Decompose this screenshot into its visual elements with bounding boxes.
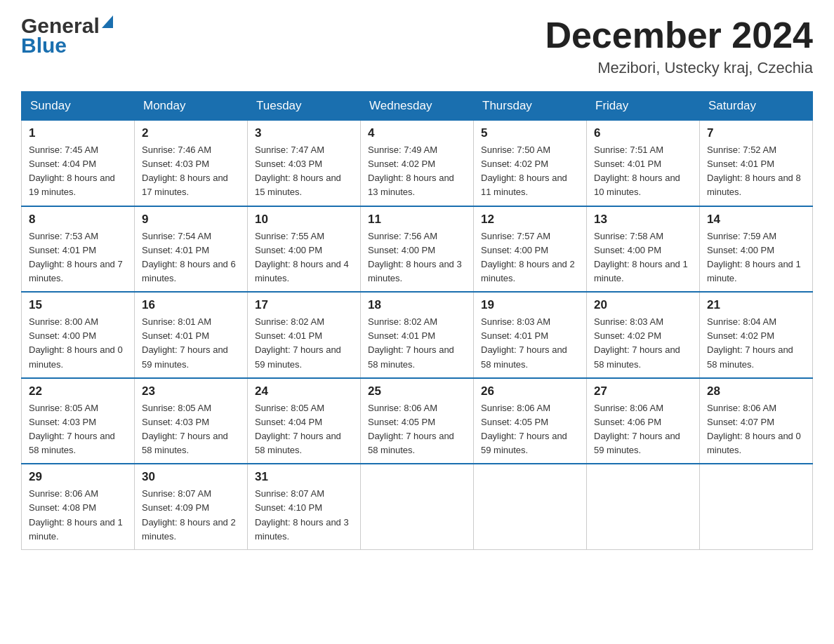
table-row — [361, 464, 474, 549]
day-info: Sunrise: 8:06 AMSunset: 4:05 PMDaylight:… — [481, 401, 579, 458]
table-row: 20 Sunrise: 8:03 AMSunset: 4:02 PMDaylig… — [587, 292, 700, 378]
table-row: 26 Sunrise: 8:06 AMSunset: 4:05 PMDaylig… — [474, 378, 587, 464]
day-info: Sunrise: 8:02 AMSunset: 4:01 PMDaylight:… — [255, 315, 353, 372]
header-wednesday: Wednesday — [361, 92, 474, 121]
day-info: Sunrise: 8:07 AMSunset: 4:09 PMDaylight:… — [142, 487, 240, 544]
table-row: 30 Sunrise: 8:07 AMSunset: 4:09 PMDaylig… — [135, 464, 248, 549]
day-number: 8 — [29, 213, 127, 227]
calendar-subtitle: Mezibori, Ustecky kraj, Czechia — [545, 59, 813, 77]
table-row — [474, 464, 587, 549]
day-number: 29 — [29, 470, 127, 484]
header-monday: Monday — [135, 92, 248, 121]
table-row: 8 Sunrise: 7:53 AMSunset: 4:01 PMDayligh… — [22, 206, 135, 293]
table-row: 3 Sunrise: 7:47 AMSunset: 4:03 PMDayligh… — [248, 121, 361, 206]
day-number: 21 — [707, 298, 805, 312]
day-info: Sunrise: 8:02 AMSunset: 4:01 PMDaylight:… — [368, 315, 466, 372]
day-number: 3 — [255, 126, 353, 140]
table-row: 24 Sunrise: 8:05 AMSunset: 4:04 PMDaylig… — [248, 378, 361, 464]
day-info: Sunrise: 8:00 AMSunset: 4:00 PMDaylight:… — [29, 315, 127, 372]
table-row: 19 Sunrise: 8:03 AMSunset: 4:01 PMDaylig… — [474, 292, 587, 378]
day-info: Sunrise: 7:52 AMSunset: 4:01 PMDaylight:… — [707, 143, 805, 200]
header-thursday: Thursday — [474, 92, 587, 121]
table-row: 25 Sunrise: 8:06 AMSunset: 4:05 PMDaylig… — [361, 378, 474, 464]
day-number: 24 — [255, 384, 353, 398]
day-number: 1 — [29, 126, 127, 140]
table-row: 7 Sunrise: 7:52 AMSunset: 4:01 PMDayligh… — [700, 121, 813, 206]
logo-flag-icon — [102, 15, 113, 28]
day-number: 11 — [368, 213, 466, 227]
day-number: 23 — [142, 384, 240, 398]
day-info: Sunrise: 7:57 AMSunset: 4:00 PMDaylight:… — [481, 229, 579, 286]
header-saturday: Saturday — [700, 92, 813, 121]
logo: General Blue — [21, 14, 113, 58]
table-row: 28 Sunrise: 8:06 AMSunset: 4:07 PMDaylig… — [700, 378, 813, 464]
day-info: Sunrise: 8:06 AMSunset: 4:08 PMDaylight:… — [29, 487, 127, 544]
day-number: 26 — [481, 384, 579, 398]
day-info: Sunrise: 8:03 AMSunset: 4:02 PMDaylight:… — [594, 315, 692, 372]
page-header: General Blue December 2024 Mezibori, Ust… — [21, 14, 813, 77]
day-number: 14 — [707, 213, 805, 227]
calendar-table: Sunday Monday Tuesday Wednesday Thursday… — [21, 91, 813, 550]
day-number: 2 — [142, 126, 240, 140]
table-row: 16 Sunrise: 8:01 AMSunset: 4:01 PMDaylig… — [135, 292, 248, 378]
day-info: Sunrise: 7:50 AMSunset: 4:02 PMDaylight:… — [481, 143, 579, 200]
day-number: 13 — [594, 213, 692, 227]
table-row: 21 Sunrise: 8:04 AMSunset: 4:02 PMDaylig… — [700, 292, 813, 378]
table-row: 6 Sunrise: 7:51 AMSunset: 4:01 PMDayligh… — [587, 121, 700, 206]
table-row: 17 Sunrise: 8:02 AMSunset: 4:01 PMDaylig… — [248, 292, 361, 378]
day-number: 19 — [481, 298, 579, 312]
day-info: Sunrise: 8:05 AMSunset: 4:03 PMDaylight:… — [142, 401, 240, 458]
day-number: 10 — [255, 213, 353, 227]
table-row: 23 Sunrise: 8:05 AMSunset: 4:03 PMDaylig… — [135, 378, 248, 464]
day-number: 27 — [594, 384, 692, 398]
table-row: 9 Sunrise: 7:54 AMSunset: 4:01 PMDayligh… — [135, 206, 248, 293]
day-info: Sunrise: 7:56 AMSunset: 4:00 PMDaylight:… — [368, 229, 466, 286]
day-info: Sunrise: 8:04 AMSunset: 4:02 PMDaylight:… — [707, 315, 805, 372]
day-number: 18 — [368, 298, 466, 312]
day-info: Sunrise: 7:55 AMSunset: 4:00 PMDaylight:… — [255, 229, 353, 286]
day-info: Sunrise: 8:05 AMSunset: 4:03 PMDaylight:… — [29, 401, 127, 458]
header-tuesday: Tuesday — [248, 92, 361, 121]
day-number: 16 — [142, 298, 240, 312]
table-row: 13 Sunrise: 7:58 AMSunset: 4:00 PMDaylig… — [587, 206, 700, 293]
calendar-header-row: Sunday Monday Tuesday Wednesday Thursday… — [22, 92, 813, 121]
day-number: 17 — [255, 298, 353, 312]
day-info: Sunrise: 7:51 AMSunset: 4:01 PMDaylight:… — [594, 143, 692, 200]
table-row: 4 Sunrise: 7:49 AMSunset: 4:02 PMDayligh… — [361, 121, 474, 206]
day-number: 6 — [594, 126, 692, 140]
table-row: 15 Sunrise: 8:00 AMSunset: 4:00 PMDaylig… — [22, 292, 135, 378]
day-info: Sunrise: 7:58 AMSunset: 4:00 PMDaylight:… — [594, 229, 692, 286]
table-row: 14 Sunrise: 7:59 AMSunset: 4:00 PMDaylig… — [700, 206, 813, 293]
table-row: 18 Sunrise: 8:02 AMSunset: 4:01 PMDaylig… — [361, 292, 474, 378]
table-row: 31 Sunrise: 8:07 AMSunset: 4:10 PMDaylig… — [248, 464, 361, 549]
day-info: Sunrise: 8:05 AMSunset: 4:04 PMDaylight:… — [255, 401, 353, 458]
day-number: 5 — [481, 126, 579, 140]
day-number: 31 — [255, 470, 353, 484]
table-row — [700, 464, 813, 549]
day-number: 9 — [142, 213, 240, 227]
day-info: Sunrise: 8:03 AMSunset: 4:01 PMDaylight:… — [481, 315, 579, 372]
table-row: 5 Sunrise: 7:50 AMSunset: 4:02 PMDayligh… — [474, 121, 587, 206]
day-info: Sunrise: 7:54 AMSunset: 4:01 PMDaylight:… — [142, 229, 240, 286]
day-number: 28 — [707, 384, 805, 398]
day-info: Sunrise: 8:06 AMSunset: 4:07 PMDaylight:… — [707, 401, 805, 458]
title-section: December 2024 Mezibori, Ustecky kraj, Cz… — [545, 14, 813, 77]
day-info: Sunrise: 7:45 AMSunset: 4:04 PMDaylight:… — [29, 143, 127, 200]
day-number: 15 — [29, 298, 127, 312]
day-info: Sunrise: 8:06 AMSunset: 4:05 PMDaylight:… — [368, 401, 466, 458]
calendar-title: December 2024 — [545, 14, 813, 56]
table-row: 1 Sunrise: 7:45 AMSunset: 4:04 PMDayligh… — [22, 121, 135, 206]
logo-blue-text: Blue — [21, 34, 113, 58]
table-row: 12 Sunrise: 7:57 AMSunset: 4:00 PMDaylig… — [474, 206, 587, 293]
day-number: 7 — [707, 126, 805, 140]
day-number: 22 — [29, 384, 127, 398]
day-info: Sunrise: 7:53 AMSunset: 4:01 PMDaylight:… — [29, 229, 127, 286]
day-info: Sunrise: 8:07 AMSunset: 4:10 PMDaylight:… — [255, 487, 353, 544]
table-row: 22 Sunrise: 8:05 AMSunset: 4:03 PMDaylig… — [22, 378, 135, 464]
day-number: 12 — [481, 213, 579, 227]
table-row: 27 Sunrise: 8:06 AMSunset: 4:06 PMDaylig… — [587, 378, 700, 464]
table-row: 29 Sunrise: 8:06 AMSunset: 4:08 PMDaylig… — [22, 464, 135, 549]
day-number: 4 — [368, 126, 466, 140]
day-info: Sunrise: 8:01 AMSunset: 4:01 PMDaylight:… — [142, 315, 240, 372]
day-info: Sunrise: 7:59 AMSunset: 4:00 PMDaylight:… — [707, 229, 805, 286]
